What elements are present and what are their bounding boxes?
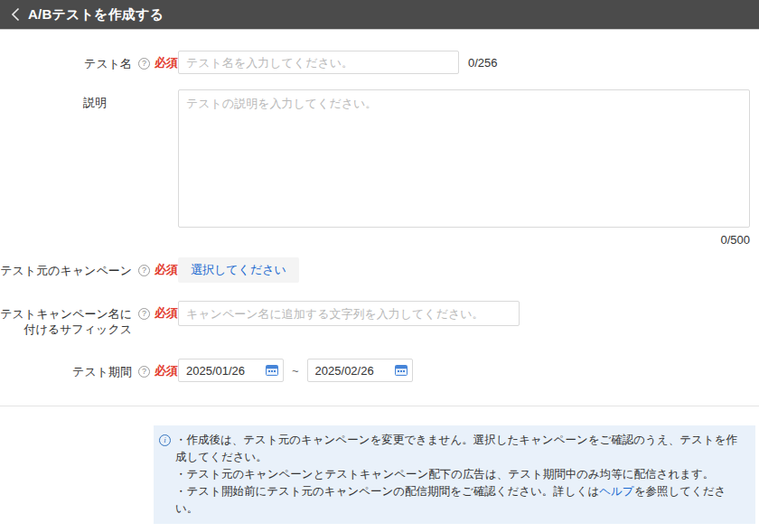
required-badge: 必須 [155, 363, 178, 379]
help-icon[interactable]: ? [138, 265, 150, 276]
required-badge: 必須 [155, 55, 178, 71]
test-name-counter: 0/256 [468, 51, 498, 70]
required-badge: 必須 [155, 305, 178, 322]
description-textarea[interactable] [178, 89, 750, 228]
description-label: 説明 [0, 89, 132, 110]
help-link[interactable]: ヘルプ [599, 485, 633, 498]
calendar-icon[interactable] [395, 364, 408, 376]
help-icon[interactable]: ? [138, 366, 150, 378]
description-counter: 0/500 [178, 233, 750, 247]
notice-line-1: ・作成後は、テスト元のキャンペーンを変更できません。選択したキャンペーンをご確認… [175, 432, 743, 466]
notice-box: i ・作成後は、テスト元のキャンペーンを変更できません。選択したキャンペーンをご… [154, 425, 755, 524]
back-button[interactable] [11, 7, 20, 22]
required-badge: 必須 [155, 262, 178, 278]
notice-line-3: ・テスト開始前にテスト元のキャンペーンの配信期間をご確認ください。詳しくはヘルプ… [175, 483, 743, 518]
period-label: テスト期間 [0, 359, 132, 379]
suffix-label-line2: 付けるサフィックス [0, 322, 132, 337]
suffix-label-line1: テストキャンペーン名に [0, 306, 132, 322]
calendar-icon[interactable] [266, 364, 278, 376]
date-range-separator: ~ [292, 359, 299, 378]
page-title: A/Bテストを作成する [28, 6, 164, 23]
suffix-input[interactable] [178, 301, 520, 326]
source-campaign-label: テスト元のキャンペーン [0, 257, 132, 278]
row-period: テスト期間 ? 必須 ~ [0, 359, 759, 382]
help-icon[interactable]: ? [138, 58, 150, 70]
ab-test-form: テスト名 ? 必須 0/256 説明 0/500 テスト元のキャンペーン ? 必… [0, 30, 759, 382]
row-suffix: テストキャンペーン名に 付けるサフィックス ? 必須 [0, 301, 759, 337]
row-description: 説明 0/500 [0, 89, 759, 247]
notice-line-2: ・テスト元のキャンペーンとテストキャンペーン配下の広告は、テスト期間中のみ均等に… [175, 466, 743, 483]
test-name-label: テスト名 [0, 51, 132, 71]
test-name-input[interactable] [178, 51, 459, 74]
section-divider [0, 406, 759, 406]
row-test-name: テスト名 ? 必須 0/256 [0, 51, 759, 74]
select-campaign-button[interactable]: 選択してください [178, 257, 299, 283]
row-source-campaign: テスト元のキャンペーン ? 必須 選択してください [0, 257, 759, 283]
page-header: A/Bテストを作成する [0, 0, 759, 30]
info-icon: i [159, 434, 171, 446]
help-icon[interactable]: ? [138, 308, 150, 320]
back-chevron-icon [11, 7, 20, 22]
suffix-label: テストキャンペーン名に 付けるサフィックス [0, 301, 132, 337]
